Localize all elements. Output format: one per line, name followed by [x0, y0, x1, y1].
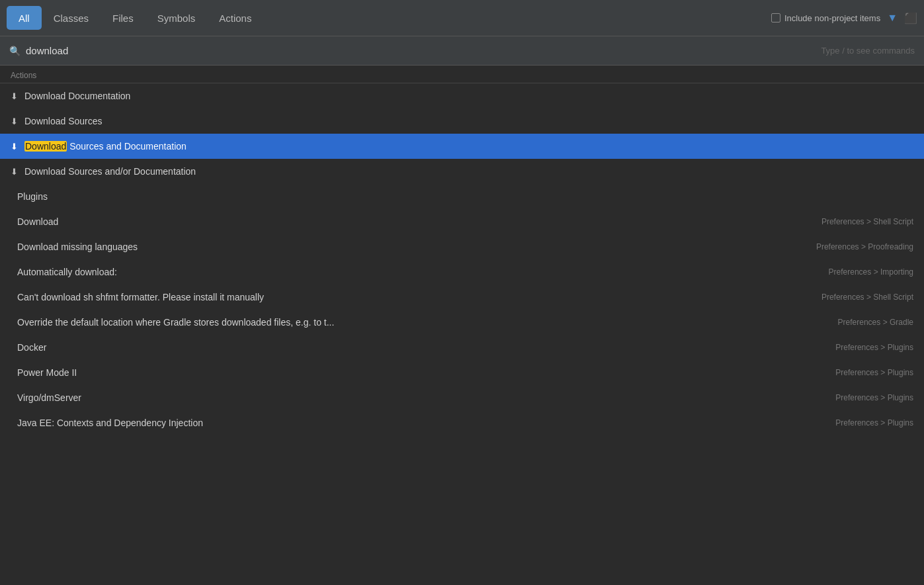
- row-breadcrumb: Preferences > Importing: [816, 267, 913, 277]
- search-bar: 🔍 Type / to see commands: [0, 36, 924, 66]
- row-label: Download Sources and Documentation: [24, 141, 900, 152]
- row-breadcrumb: Preferences > Plugins: [822, 368, 913, 377]
- result-row-download-sources-doc[interactable]: Download Sources and Documentation: [0, 134, 924, 159]
- include-non-project-checkbox[interactable]: Include non-project items: [771, 13, 880, 23]
- row-label: Power Mode II: [17, 367, 822, 378]
- result-row-download-or[interactable]: Download Sources and/or Documentation: [0, 159, 924, 184]
- row-label: Docker: [17, 342, 822, 353]
- download-icon: [11, 91, 18, 101]
- row-breadcrumb: Preferences > Plugins: [822, 393, 913, 402]
- include-non-project-label: Include non-project items: [784, 13, 880, 23]
- results-container: Actions Download Documentation Download …: [0, 66, 924, 435]
- download-icon: [11, 116, 18, 126]
- row-label: Plugins: [17, 191, 900, 202]
- row-breadcrumb: Preferences > Plugins: [822, 343, 913, 352]
- result-row-virgo[interactable]: Virgo/dmServer Preferences > Plugins: [0, 385, 924, 410]
- checkbox-box: [771, 13, 780, 22]
- row-label: Virgo/dmServer: [17, 392, 822, 403]
- tab-bar: All Classes Files Symbols Actions Includ…: [0, 0, 924, 36]
- tab-actions[interactable]: Actions: [207, 6, 263, 30]
- tab-symbols[interactable]: Symbols: [146, 6, 208, 30]
- search-input[interactable]: [26, 45, 821, 56]
- row-breadcrumb: Preferences > Plugins: [822, 418, 913, 428]
- result-row-cant-download[interactable]: Can't download sh shfmt formatter. Pleas…: [0, 285, 924, 310]
- download-icon: [11, 167, 18, 177]
- row-breadcrumb: Preferences > Proofreading: [803, 242, 913, 251]
- search-icon: 🔍: [9, 46, 21, 56]
- row-label: Download: [17, 216, 808, 227]
- row-breadcrumb: Preferences > Shell Script: [808, 217, 913, 226]
- result-row-java-ee[interactable]: Java EE: Contexts and Dependency Injecti…: [0, 410, 924, 435]
- row-label: Download missing languages: [17, 242, 803, 252]
- download-icon: [11, 142, 18, 152]
- result-row-download-doc[interactable]: Download Documentation: [0, 83, 924, 109]
- result-row-download-missing[interactable]: Download missing languages Preferences >…: [0, 234, 924, 259]
- tab-classes[interactable]: Classes: [42, 6, 101, 30]
- section-header-actions: Actions: [0, 66, 924, 83]
- result-row-auto-download[interactable]: Automatically download: Preferences > Im…: [0, 259, 924, 285]
- row-label: Download Sources: [24, 116, 900, 126]
- layout-icon[interactable]: ⬛: [904, 12, 917, 24]
- header-right: Include non-project items ▼ ⬛: [771, 12, 917, 24]
- row-breadcrumb: Preferences > Gradle: [825, 318, 913, 327]
- row-label: Java EE: Contexts and Dependency Injecti…: [17, 418, 822, 428]
- filter-icon[interactable]: ▼: [887, 12, 898, 24]
- tab-files[interactable]: Files: [101, 6, 146, 30]
- result-row-override-gradle[interactable]: Override the default location where Grad…: [0, 310, 924, 335]
- row-label: Override the default location where Grad…: [17, 317, 825, 328]
- result-row-power-mode[interactable]: Power Mode II Preferences > Plugins: [0, 360, 924, 385]
- tab-all[interactable]: All: [7, 6, 42, 30]
- row-breadcrumb: Preferences > Shell Script: [808, 292, 913, 302]
- result-row-plugins[interactable]: Plugins: [0, 184, 924, 209]
- match-text: Download: [24, 141, 67, 152]
- row-label: Automatically download:: [17, 267, 816, 277]
- row-label: Download Sources and/or Documentation: [24, 166, 900, 177]
- row-label: Can't download sh shfmt formatter. Pleas…: [17, 292, 808, 302]
- search-hint: Type / to see commands: [821, 46, 915, 56]
- result-row-download-sources[interactable]: Download Sources: [0, 109, 924, 134]
- result-row-download-shell[interactable]: Download Preferences > Shell Script: [0, 209, 924, 234]
- row-label: Download Documentation: [24, 91, 900, 101]
- result-row-docker[interactable]: Docker Preferences > Plugins: [0, 335, 924, 360]
